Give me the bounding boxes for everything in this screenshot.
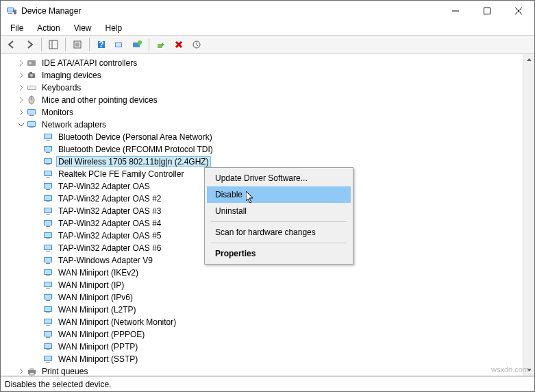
back-button[interactable]: [3, 36, 20, 53]
svg-rect-70: [45, 258, 51, 262]
svg-rect-76: [45, 282, 51, 286]
menu-help[interactable]: Help: [100, 22, 128, 34]
svg-rect-64: [45, 233, 51, 237]
menu-file[interactable]: File: [5, 22, 29, 34]
network-adapter-icon: [43, 243, 54, 254]
maximize-button[interactable]: [471, 1, 503, 21]
show-hide-tree-button[interactable]: [45, 36, 62, 53]
properties-button[interactable]: [69, 36, 86, 53]
menu-item[interactable]: Update Driver Software...: [207, 170, 351, 186]
tree-device[interactable]: Dell Wireless 1705 802.11b|g|n (2.4GHZ): [1, 156, 523, 168]
forward-button[interactable]: [21, 36, 38, 53]
tree-device[interactable]: WAN Miniport (PPTP): [1, 341, 523, 353]
expand-icon[interactable]: [17, 96, 25, 104]
device-label: WAN Miniport (IP): [57, 280, 125, 290]
window-controls: [440, 1, 534, 21]
printer-icon: [27, 366, 38, 376]
svg-point-25: [29, 62, 32, 64]
device-label: Bluetooth Device (RFCOMM Protocol TDI): [57, 145, 214, 154]
expand-icon[interactable]: [17, 84, 25, 92]
device-label: TAP-Win32 Adapter OAS #4: [57, 219, 163, 228]
svg-rect-46: [45, 159, 51, 163]
svg-rect-91: [45, 344, 51, 348]
tree-device[interactable]: WAN Miniport (SSTP): [1, 353, 523, 365]
tree-device[interactable]: WAN Miniport (Network Monitor): [1, 316, 523, 328]
category-label: IDE ATA/ATAPI controllers: [40, 58, 138, 68]
device-label: WAN Miniport (IKEv2): [57, 268, 140, 278]
category-label: Network adapters: [40, 120, 108, 130]
expand-icon[interactable]: [17, 59, 25, 67]
svg-rect-98: [29, 373, 34, 375]
camera-icon: [27, 70, 38, 81]
device-manager-window: Device Manager File Action View Help ? I…: [0, 0, 535, 392]
tree-device[interactable]: Bluetooth Device (Personal Area Network): [1, 131, 523, 143]
tree-category[interactable]: Monitors: [1, 106, 523, 119]
svg-rect-53: [46, 189, 50, 190]
menu-item[interactable]: Disable: [207, 186, 351, 203]
scroll-track[interactable]: [523, 66, 534, 364]
tree-device[interactable]: WAN Miniport (IP): [1, 279, 523, 291]
expand-icon[interactable]: [17, 367, 25, 376]
device-label: TAP-Win32 Adapter OAS #5: [57, 231, 163, 241]
tree-category[interactable]: Mice and other pointing devices: [1, 94, 523, 106]
menu-view[interactable]: View: [69, 22, 97, 34]
close-button[interactable]: [503, 1, 534, 21]
network-adapter-icon: [43, 230, 54, 241]
tree-category[interactable]: Network adapters: [1, 119, 523, 131]
separator: [41, 38, 42, 51]
svg-rect-8: [49, 40, 58, 49]
menu-item[interactable]: Scan for hardware changes: [207, 224, 351, 241]
device-label: WAN Miniport (L2TP): [57, 305, 138, 315]
tree-category[interactable]: IDE ATA/ATAPI controllers: [1, 57, 523, 69]
uninstall-button[interactable]: [171, 36, 187, 53]
tree-category[interactable]: Imaging devices: [1, 69, 523, 82]
svg-rect-41: [46, 140, 50, 140]
tree-device[interactable]: WAN Miniport (PPPOE): [1, 328, 523, 341]
update-driver-button[interactable]: [129, 36, 145, 53]
device-label: WAN Miniport (IPv6): [57, 293, 134, 302]
svg-rect-43: [45, 147, 51, 151]
tree-device[interactable]: Bluetooth Device (RFCOMM Protocol TDI): [1, 143, 523, 156]
menu-item[interactable]: Properties: [207, 245, 351, 262]
tree-device[interactable]: WAN Miniport (IPv6): [1, 291, 523, 304]
svg-rect-79: [45, 295, 51, 299]
svg-rect-50: [46, 177, 50, 177]
svg-rect-58: [45, 208, 51, 212]
svg-rect-88: [45, 332, 51, 336]
scroll-up-button[interactable]: [523, 54, 534, 66]
menu-action[interactable]: Action: [32, 22, 65, 34]
network-adapter-icon: [43, 169, 54, 180]
network-adapter-icon: [43, 156, 54, 167]
svg-rect-1: [8, 8, 13, 12]
menu-separator: [211, 243, 347, 243]
collapse-icon[interactable]: [17, 121, 25, 129]
scan-button[interactable]: [111, 36, 127, 53]
svg-rect-92: [46, 350, 50, 350]
network-adapter-icon: [43, 218, 54, 229]
svg-rect-85: [45, 319, 51, 323]
network-adapter-icon: [43, 329, 54, 340]
app-icon: [6, 5, 17, 16]
scan-hardware-button[interactable]: [188, 36, 205, 53]
device-label: WAN Miniport (Network Monitor): [57, 317, 177, 327]
svg-rect-55: [45, 196, 51, 200]
tree-category[interactable]: Print queues: [1, 365, 523, 376]
expand-icon[interactable]: [17, 108, 25, 117]
separator: [89, 38, 90, 51]
network-adapter-icon: [43, 181, 54, 192]
help-button[interactable]: ?: [93, 36, 110, 53]
mouse-icon: [27, 95, 38, 106]
svg-rect-65: [46, 238, 50, 239]
menu-item[interactable]: Uninstall: [207, 203, 351, 219]
tree-device[interactable]: WAN Miniport (L2TP): [1, 304, 523, 316]
tree-category[interactable]: Keyboards: [1, 82, 523, 94]
network-adapter-icon: [43, 317, 54, 328]
svg-rect-62: [46, 226, 50, 227]
enable-button[interactable]: [153, 36, 169, 53]
svg-rect-34: [28, 110, 35, 114]
vertical-scrollbar[interactable]: [523, 54, 534, 376]
minimize-button[interactable]: [440, 1, 471, 21]
expand-icon[interactable]: [17, 71, 25, 79]
network-adapter-icon: [43, 354, 54, 365]
tree-device[interactable]: WAN Miniport (IKEv2): [1, 267, 523, 279]
